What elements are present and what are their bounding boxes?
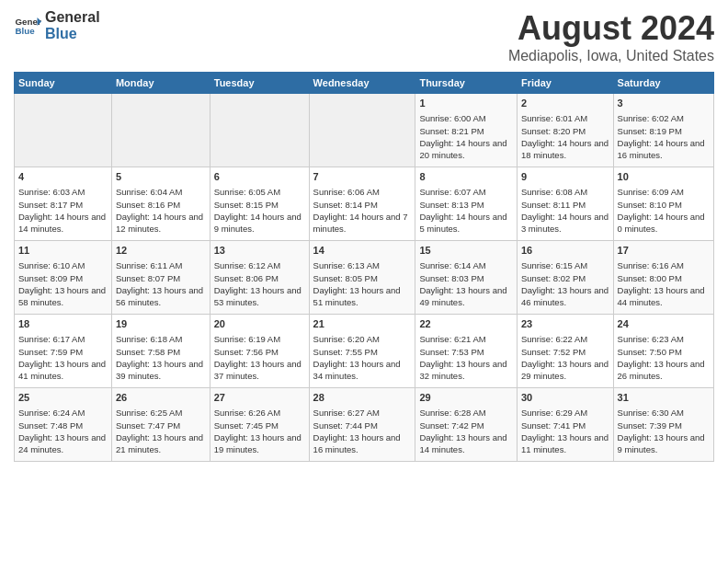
sunrise-text: Sunrise: 6:07 AM [419,187,485,197]
calendar-cell: 19Sunrise: 6:18 AMSunset: 7:58 PMDayligh… [111,315,210,388]
sunset-text: Sunset: 7:39 PM [618,420,682,431]
sunset-text: Sunset: 7:45 PM [214,420,279,431]
day-number: 10 [618,170,710,184]
calendar-cell: 11Sunrise: 6:10 AMSunset: 8:09 PMDayligh… [15,241,112,315]
sunrise-text: Sunrise: 6:17 AM [18,334,85,344]
day-number: 16 [521,244,609,258]
sunrise-text: Sunrise: 6:24 AM [18,408,85,418]
daylight-text: Daylight: 13 hours and 29 minutes. [521,359,609,381]
daylight-text: Daylight: 13 hours and 9 minutes. [618,432,705,454]
daylight-text: Daylight: 13 hours and 34 minutes. [313,359,401,381]
daylight-text: Daylight: 13 hours and 53 minutes. [214,285,301,307]
sunset-text: Sunset: 7:41 PM [521,420,586,431]
sunrise-text: Sunrise: 6:04 AM [116,187,182,197]
day-number: 18 [18,317,108,331]
calendar-cell: 10Sunrise: 6:09 AMSunset: 8:10 PMDayligh… [613,167,713,241]
sunrise-text: Sunrise: 6:10 AM [18,260,85,270]
sunset-text: Sunset: 8:19 PM [618,126,682,136]
day-header-tuesday: Tuesday [210,73,309,94]
daylight-text: Daylight: 13 hours and 24 minutes. [18,432,106,454]
sunrise-text: Sunrise: 6:21 AM [419,334,485,344]
calendar-cell: 26Sunrise: 6:25 AMSunset: 7:47 PMDayligh… [111,388,210,462]
sunrise-text: Sunrise: 6:00 AM [419,113,485,123]
sunset-text: Sunset: 7:48 PM [18,420,83,431]
calendar-cell: 24Sunrise: 6:23 AMSunset: 7:50 PMDayligh… [613,315,713,388]
day-number: 13 [214,244,305,258]
daylight-text: Daylight: 13 hours and 58 minutes. [18,285,106,307]
calendar-cell: 6Sunrise: 6:05 AMSunset: 8:15 PMDaylight… [210,167,309,241]
sunrise-text: Sunrise: 6:16 AM [618,260,684,270]
calendar-week-4: 18Sunrise: 6:17 AMSunset: 7:59 PMDayligh… [15,315,714,388]
calendar-cell: 28Sunrise: 6:27 AMSunset: 7:44 PMDayligh… [309,388,415,462]
calendar-week-3: 11Sunrise: 6:10 AMSunset: 8:09 PMDayligh… [15,241,714,315]
day-number: 25 [18,391,108,405]
sunset-text: Sunset: 8:06 PM [214,273,279,283]
sunrise-text: Sunrise: 6:06 AM [313,187,380,197]
logo: General Blue General Blue [14,9,100,41]
day-number: 22 [419,317,513,331]
day-number: 21 [313,317,412,331]
calendar-cell [210,94,309,167]
daylight-text: Daylight: 13 hours and 46 minutes. [521,285,609,307]
calendar-cell: 31Sunrise: 6:30 AMSunset: 7:39 PMDayligh… [613,388,713,462]
calendar-cell: 21Sunrise: 6:20 AMSunset: 7:55 PMDayligh… [309,315,415,388]
sunset-text: Sunset: 7:47 PM [116,420,180,431]
day-number: 3 [618,97,710,110]
day-number: 15 [419,244,513,258]
daylight-text: Daylight: 14 hours and 7 minutes. [313,212,408,234]
calendar-cell [111,94,210,167]
calendar-cell [15,94,112,167]
calendar-week-2: 4Sunrise: 6:03 AMSunset: 8:17 PMDaylight… [15,167,714,241]
calendar-cell: 3Sunrise: 6:02 AMSunset: 8:19 PMDaylight… [613,94,713,167]
day-header-saturday: Saturday [613,73,713,94]
page-container: General Blue General Blue August 2024 Me… [0,0,728,466]
sunset-text: Sunset: 8:02 PM [521,273,586,283]
logo-blue: Blue [45,26,100,42]
sunset-text: Sunset: 7:52 PM [521,347,586,357]
day-number: 1 [419,97,513,110]
sunrise-text: Sunrise: 6:09 AM [618,187,684,197]
sunrise-text: Sunrise: 6:29 AM [521,408,587,418]
sunrise-text: Sunrise: 6:26 AM [214,408,280,418]
calendar-cell: 29Sunrise: 6:28 AMSunset: 7:42 PMDayligh… [415,388,518,462]
calendar-cell: 14Sunrise: 6:13 AMSunset: 8:05 PMDayligh… [309,241,415,315]
calendar-cell: 22Sunrise: 6:21 AMSunset: 7:53 PMDayligh… [415,315,518,388]
daylight-text: Daylight: 13 hours and 16 minutes. [313,432,401,454]
sunrise-text: Sunrise: 6:11 AM [116,260,182,270]
daylight-text: Daylight: 13 hours and 41 minutes. [18,359,106,381]
sunset-text: Sunset: 8:10 PM [618,200,682,210]
day-header-thursday: Thursday [415,73,518,94]
logo-general: General [45,9,100,26]
sunrise-text: Sunrise: 6:18 AM [116,334,182,344]
calendar-cell: 23Sunrise: 6:22 AMSunset: 7:52 PMDayligh… [517,315,613,388]
sunset-text: Sunset: 8:20 PM [521,126,586,136]
sunset-text: Sunset: 8:07 PM [116,273,180,283]
daylight-text: Daylight: 13 hours and 32 minutes. [419,359,506,381]
day-number: 12 [116,244,206,258]
calendar-cell: 13Sunrise: 6:12 AMSunset: 8:06 PMDayligh… [210,241,309,315]
day-header-monday: Monday [111,73,210,94]
sunrise-text: Sunrise: 6:02 AM [618,113,684,123]
daylight-text: Daylight: 14 hours and 12 minutes. [116,212,203,234]
sunset-text: Sunset: 8:03 PM [419,273,483,283]
sunset-text: Sunset: 8:21 PM [419,126,483,136]
day-header-sunday: Sunday [15,73,112,94]
calendar-cell: 17Sunrise: 6:16 AMSunset: 8:00 PMDayligh… [613,241,713,315]
daylight-text: Daylight: 13 hours and 51 minutes. [313,285,401,307]
sunset-text: Sunset: 8:15 PM [214,200,279,210]
sunset-text: Sunset: 8:09 PM [18,273,83,283]
daylight-text: Daylight: 13 hours and 44 minutes. [618,285,705,307]
sunrise-text: Sunrise: 6:08 AM [521,187,587,197]
day-number: 26 [116,391,206,405]
day-number: 5 [116,170,206,184]
calendar-cell: 2Sunrise: 6:01 AMSunset: 8:20 PMDaylight… [517,94,613,167]
daylight-text: Daylight: 14 hours and 0 minutes. [618,212,705,234]
day-number: 8 [419,170,513,184]
day-number: 17 [618,244,710,258]
calendar-cell: 5Sunrise: 6:04 AMSunset: 8:16 PMDaylight… [111,167,210,241]
svg-text:Blue: Blue [16,26,36,36]
sunrise-text: Sunrise: 6:30 AM [618,408,684,418]
main-title: August 2024 [508,9,714,48]
sunset-text: Sunset: 8:17 PM [18,200,83,210]
daylight-text: Daylight: 13 hours and 39 minutes. [116,359,203,381]
